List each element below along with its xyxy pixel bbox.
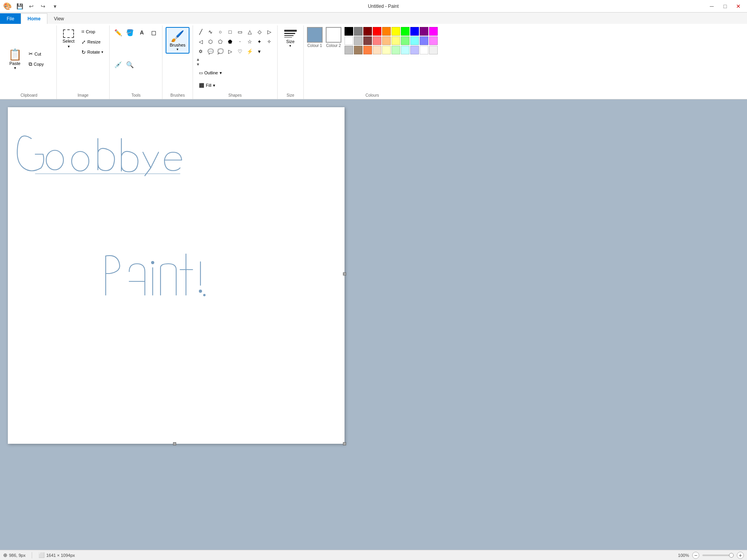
color-cell[interactable] <box>382 46 391 54</box>
colors-content: Colour 1 Colour 2 <box>307 25 438 92</box>
color1-swatch[interactable] <box>307 27 323 43</box>
copy-button[interactable]: ⧉ Copy <box>26 59 53 69</box>
tools-group: ✏️ 🪣 A ◻ 💉 🔍 Tools <box>110 25 162 99</box>
color-cell[interactable] <box>345 46 353 54</box>
shape8[interactable]: ▷ <box>265 27 274 36</box>
minimize-button[interactable]: ─ <box>706 2 717 11</box>
color-cell[interactable] <box>410 36 419 45</box>
rotate-button[interactable]: ↻ Rotate ▾ <box>79 47 106 57</box>
canvas-resize-corner[interactable] <box>343 442 346 445</box>
color-cell[interactable] <box>401 36 410 45</box>
cut-button[interactable]: ✂ Cut <box>26 49 53 59</box>
magnifier-button[interactable]: 🔍 <box>125 59 135 70</box>
color-picker-button[interactable]: 💉 <box>113 59 124 70</box>
line-tool[interactable]: ╱ <box>196 27 206 36</box>
paste-button[interactable]: 📋 Paste ▾ <box>5 47 25 71</box>
color-cell[interactable] <box>363 36 372 45</box>
color-cell[interactable] <box>363 46 372 54</box>
color-cell[interactable] <box>410 27 419 36</box>
shape10[interactable]: ⬡ <box>206 37 215 46</box>
pencil-button[interactable]: ✏️ <box>113 27 124 38</box>
shape16[interactable]: ✧ <box>265 37 274 46</box>
select-button[interactable]: Select ▾ <box>60 27 77 50</box>
eraser-button[interactable]: ◻ <box>148 27 159 38</box>
outline-fill-col: ▭ Outline ▾ ⬛ Fill ▾ <box>196 67 227 91</box>
color-palette <box>345 27 438 54</box>
shape7[interactable]: ◇ <box>255 27 264 36</box>
select-label: Select <box>63 39 75 43</box>
color-cell[interactable] <box>410 46 419 54</box>
scroll-up-icon[interactable]: ▲ <box>196 57 200 61</box>
zoom-out-button[interactable]: − <box>692 552 699 559</box>
tab-file[interactable]: File <box>0 13 21 24</box>
rounded-rect-tool[interactable]: ▭ <box>235 27 245 36</box>
heart-shape[interactable]: ♡ <box>235 47 245 56</box>
shapes-scroll[interactable]: ▲ ▼ <box>196 57 200 67</box>
scroll-down-icon[interactable]: ▼ <box>196 62 200 67</box>
text-button[interactable]: A <box>136 27 147 38</box>
color2-swatch[interactable] <box>326 27 341 43</box>
save-button[interactable]: 💾 <box>14 2 25 11</box>
color-cell[interactable] <box>420 36 428 45</box>
size-line-3 <box>284 33 295 34</box>
size-button[interactable]: Size ▾ <box>281 27 300 50</box>
outline-button[interactable]: ▭ Outline ▾ <box>196 67 227 78</box>
color-cell[interactable] <box>392 46 400 54</box>
color-cell[interactable] <box>373 36 381 45</box>
color-cell[interactable] <box>363 27 372 36</box>
color-cell[interactable] <box>401 27 410 36</box>
color-cell[interactable] <box>429 36 438 45</box>
callout2[interactable]: 💭 <box>216 47 225 56</box>
tab-view[interactable]: View <box>47 13 71 24</box>
undo-button[interactable]: ↩ <box>26 2 37 11</box>
shape12[interactable]: ⬟ <box>226 37 235 46</box>
color-cell[interactable] <box>382 27 391 36</box>
paint-canvas[interactable] <box>8 107 345 444</box>
color-cell[interactable] <box>354 36 363 45</box>
triangle-tool[interactable]: △ <box>245 27 254 36</box>
brushes-button[interactable]: 🖌️ Brushes ▾ <box>166 27 189 54</box>
fill-tool-button[interactable]: 🪣 <box>125 27 135 38</box>
zoom-in-button[interactable]: + <box>737 552 744 559</box>
rect-tool[interactable]: □ <box>226 27 235 36</box>
curve-tool[interactable]: ∿ <box>206 27 215 36</box>
callout3[interactable]: ▷ <box>226 47 235 56</box>
color-cell[interactable] <box>354 46 363 54</box>
dropdown-button[interactable]: ▾ <box>49 2 60 11</box>
tab-home[interactable]: Home <box>21 13 47 24</box>
color-cell[interactable] <box>382 36 391 45</box>
color-cell[interactable] <box>373 27 381 36</box>
color-cell[interactable] <box>392 36 400 45</box>
canvas-svg <box>8 107 345 444</box>
shape17[interactable]: ✡ <box>196 47 206 56</box>
shape14[interactable]: ☆ <box>245 37 254 46</box>
color-cell[interactable] <box>354 27 363 36</box>
canvas-resize-right[interactable] <box>343 272 346 275</box>
lightning-shape[interactable]: ⚡ <box>245 47 254 56</box>
color-cell[interactable] <box>420 46 428 54</box>
outline-arrow-icon: ▾ <box>220 70 222 76</box>
redo-button[interactable]: ↪ <box>38 2 49 11</box>
color-cell[interactable] <box>373 46 381 54</box>
maximize-button[interactable]: □ <box>720 2 731 11</box>
fill-button[interactable]: ⬛ Fill ▾ <box>196 80 227 91</box>
callout1[interactable]: 💬 <box>206 47 215 56</box>
color-cell[interactable] <box>345 27 353 36</box>
crop-button[interactable]: ⌗ Crop <box>79 27 106 36</box>
resize-button[interactable]: ⤢ Resize <box>79 37 106 47</box>
shape15[interactable]: ✦ <box>255 37 264 46</box>
color-cell[interactable] <box>429 27 438 36</box>
canvas-resize-bottom[interactable] <box>173 442 176 445</box>
shape13[interactable]: ⬞ <box>235 37 245 46</box>
color-cell[interactable] <box>429 46 438 54</box>
close-button[interactable]: ✕ <box>733 2 744 11</box>
color-cell[interactable] <box>345 36 353 45</box>
shape11[interactable]: ⬠ <box>216 37 225 46</box>
color-cell[interactable] <box>392 27 400 36</box>
color-cell[interactable] <box>420 27 428 36</box>
shape9[interactable]: ◁ <box>196 37 206 46</box>
oval-tool[interactable]: ○ <box>216 27 225 36</box>
zoom-slider[interactable] <box>702 555 734 556</box>
color-cell[interactable] <box>401 46 410 54</box>
shapes-more[interactable]: ▾ <box>255 47 264 56</box>
